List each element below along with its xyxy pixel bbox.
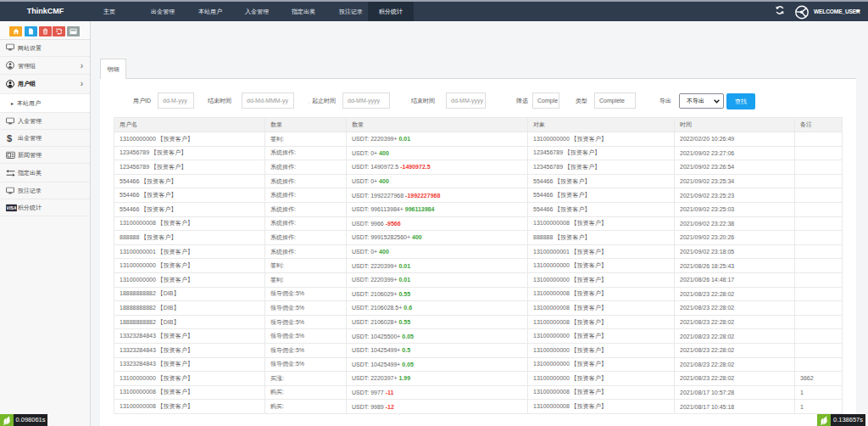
svg-text:VISA: VISA [6,205,16,210]
svg-text:$: $ [7,133,12,143]
